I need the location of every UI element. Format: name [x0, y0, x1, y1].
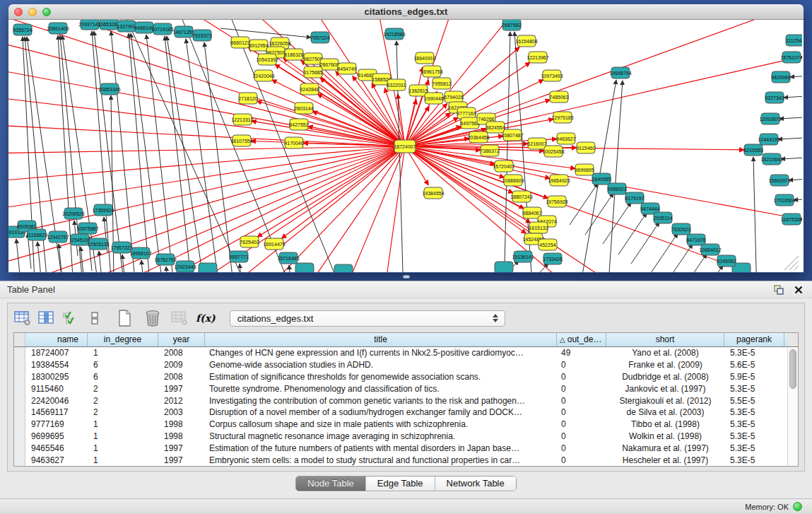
- table-row[interactable]: 1456911722003Disruption of a novel membe…: [14, 407, 798, 419]
- graph-edge[interactable]: [220, 28, 311, 37]
- cell-short: Hescheler et al. (1997): [606, 455, 724, 466]
- desktop: citations_edges.txt 18724007935572420691…: [0, 0, 812, 514]
- table-panel: Table Panel: [0, 281, 812, 514]
- table-row[interactable]: 2242004622012Investigating the contribut…: [14, 395, 798, 407]
- graph-edge[interactable]: [753, 157, 758, 272]
- cell-name: 9777169: [25, 419, 88, 430]
- column-header-year[interactable]: year: [158, 333, 205, 346]
- graph-edge[interactable]: [37, 242, 41, 272]
- table-row[interactable]: 1872400712008Changes of HCN gene express…: [14, 347, 798, 359]
- graph-edge[interactable]: [570, 183, 598, 225]
- cell-out-degree: 0: [557, 383, 606, 395]
- scrollbar-thumb[interactable]: [789, 349, 796, 389]
- graph-edge[interactable]: [405, 41, 802, 146]
- graph-edge[interactable]: [778, 136, 802, 139]
- graph-node-label: 2687682: [502, 23, 521, 28]
- table-row[interactable]: 946554611997Estimation of the future num…: [14, 442, 798, 454]
- table-row[interactable]: 969969511998Structural magnetic resonanc…: [14, 431, 798, 443]
- float-window-icon[interactable]: [772, 284, 785, 296]
- graph-node-label: 12444195: [758, 137, 779, 142]
- graph-node-label: 9829966: [771, 75, 790, 80]
- row-gutter: [14, 382, 25, 395]
- table-settings-icon[interactable]: [13, 310, 32, 327]
- table-row[interactable]: 1830029562008Estimation of significance …: [14, 371, 798, 383]
- select-rows-icon[interactable]: [61, 310, 80, 327]
- table-row[interactable]: 977716911998Corpus callosum shape and si…: [14, 419, 798, 431]
- table-row[interactable]: 911546021997Tourette syndrome. Phenomeno…: [14, 382, 798, 395]
- graph-node-label: 9884067: [522, 211, 541, 216]
- tab-network-table[interactable]: Network Table: [435, 477, 516, 491]
- graph-edge[interactable]: [122, 255, 126, 272]
- column-header-out-degree[interactable]: △out_de…: [557, 333, 606, 346]
- graph-edge[interactable]: [146, 35, 178, 272]
- tab-node-table[interactable]: Node Table: [296, 477, 365, 491]
- cell-in-degree: 1: [88, 431, 158, 442]
- graph-edge[interactable]: [165, 36, 196, 272]
- cell-title: Tourette syndrome. Phenomenology and cla…: [205, 383, 557, 395]
- cell-name: 9699695: [25, 431, 88, 442]
- graph-edge[interactable]: [204, 42, 238, 272]
- graph-edge[interactable]: [141, 260, 145, 272]
- column-header-title[interactable]: title: [205, 333, 557, 346]
- graph-node[interactable]: [334, 264, 353, 272]
- graph-edge[interactable]: [16, 239, 20, 272]
- graph-node[interactable]: [199, 263, 217, 272]
- graph-node[interactable]: [295, 263, 314, 272]
- cell-pagerank: 5.9E-5: [724, 371, 784, 382]
- graph-edge[interactable]: [603, 202, 631, 244]
- graph-node-label: 11675338: [781, 217, 802, 222]
- network-canvas[interactable]: 1872400793557242069140620937141106532871…: [8, 20, 804, 272]
- graph-node-label: 4170046: [284, 141, 303, 146]
- cell-pagerank: 5.3E-5: [724, 431, 784, 442]
- graph-edge[interactable]: [376, 146, 405, 272]
- graph-node-label: 9115460: [577, 146, 596, 151]
- graph-edge[interactable]: [631, 222, 659, 264]
- cell-out-degree: 0: [557, 407, 606, 418]
- cell-in-degree: 2: [88, 407, 158, 418]
- column-header-pagerank[interactable]: pagerank: [724, 333, 784, 346]
- table-row[interactable]: 1938455462009Genome-wide association stu…: [14, 359, 798, 371]
- close-icon[interactable]: [792, 284, 805, 296]
- graph-node[interactable]: [495, 262, 513, 272]
- select-column-icon[interactable]: [37, 310, 56, 327]
- panel-splitter-handle[interactable]: [403, 275, 410, 279]
- delete-table-icon[interactable]: [170, 310, 189, 327]
- graph-edge[interactable]: [789, 177, 802, 180]
- graph-edge[interactable]: [649, 233, 678, 272]
- graph-edge[interactable]: [166, 267, 170, 272]
- graph-edge[interactable]: [8, 146, 405, 154]
- graph-edge[interactable]: [781, 156, 802, 159]
- table-row[interactable]: 946362711997Embryonic stem cells: a mode…: [14, 454, 798, 466]
- graph-edge[interactable]: [784, 95, 802, 98]
- graph-edge[interactable]: [129, 33, 153, 272]
- graph-edge[interactable]: [8, 146, 405, 218]
- graph-edge[interactable]: [664, 244, 693, 272]
- canvas-resize-grip[interactable]: [784, 256, 799, 270]
- graph-edge[interactable]: [618, 213, 647, 255]
- function-builder-icon[interactable]: f(x): [196, 313, 216, 324]
- column-header-short[interactable]: short: [606, 333, 724, 346]
- graph-node-label: 8454749: [337, 66, 356, 71]
- graph-edge[interactable]: [240, 264, 243, 272]
- row-height-icon[interactable]: [86, 310, 104, 327]
- graph-node-label: 746266: [478, 117, 494, 122]
- graph-node-label: 7485063: [549, 95, 568, 100]
- graph-node-label: 17016504: [773, 198, 795, 203]
- column-header-in-degree[interactable]: in_degree: [88, 333, 158, 346]
- tab-edge-table[interactable]: Edge Table: [365, 477, 435, 491]
- graph-node-label: 18807243: [510, 194, 532, 199]
- graph-node-label: 10654012: [699, 247, 721, 252]
- cell-year: 1997: [158, 455, 205, 466]
- new-file-icon[interactable]: [115, 310, 134, 327]
- network-window-titlebar[interactable]: citations_edges.txt: [8, 4, 804, 20]
- cell-pagerank: 5.6E-5: [724, 359, 784, 370]
- graph-edge[interactable]: [257, 146, 405, 237]
- graph-edge[interactable]: [405, 67, 423, 146]
- graph-edge[interactable]: [678, 254, 707, 272]
- graph-edge[interactable]: [790, 74, 802, 77]
- table-selector-combo[interactable]: citations_edges.txt: [230, 310, 505, 327]
- graph-edge[interactable]: [779, 116, 802, 119]
- vertical-scrollbar[interactable]: [787, 347, 798, 466]
- delete-rows-icon[interactable]: [143, 310, 162, 327]
- column-header-name[interactable]: name: [25, 333, 88, 346]
